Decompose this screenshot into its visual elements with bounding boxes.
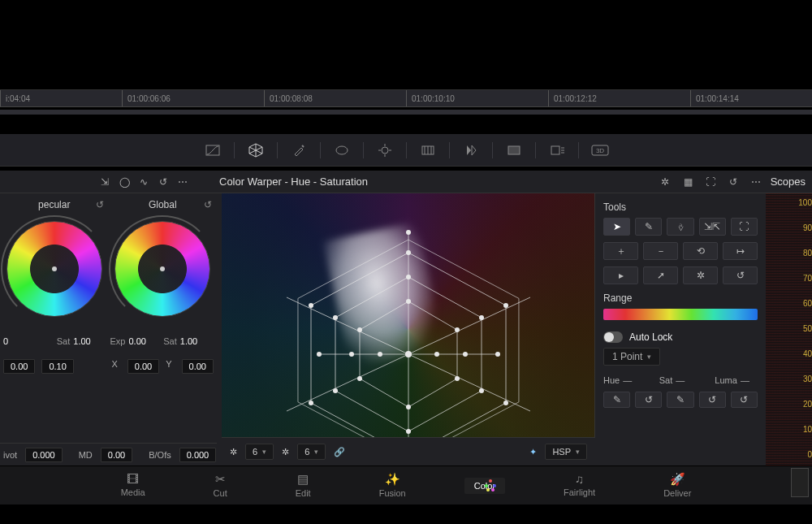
tool-pin-column[interactable]: ⎀ xyxy=(667,218,693,236)
curves-icon[interactable] xyxy=(200,140,226,161)
luma-reset-icon[interactable]: ↺ xyxy=(731,392,758,408)
reset-icon[interactable]: ↺ xyxy=(726,175,741,189)
svg-point-51 xyxy=(378,352,382,357)
tool-reset[interactable]: ↺ xyxy=(723,266,758,284)
tool-select[interactable]: ➤ xyxy=(603,218,630,236)
rings-icon: ✲ xyxy=(230,447,237,457)
svg-rect-18 xyxy=(551,146,559,154)
svg-point-54 xyxy=(495,352,500,357)
more-icon[interactable]: ⋯ xyxy=(175,175,190,189)
timeline-track[interactable] xyxy=(0,110,812,115)
num-input[interactable]: 0.000 xyxy=(25,448,63,462)
svg-point-6 xyxy=(336,146,348,154)
3d-icon[interactable]: 3D xyxy=(587,140,613,161)
warper-mode-icon[interactable]: ✲ xyxy=(658,175,672,189)
autolock-toggle[interactable] xyxy=(603,331,623,343)
num-input[interactable]: 0.00 xyxy=(3,359,35,374)
tab-deliver[interactable]: 🚀Deliver xyxy=(654,470,701,501)
param-label: Exp xyxy=(110,336,126,346)
hsl-value[interactable]: — xyxy=(623,375,632,385)
color-warper-view[interactable] xyxy=(222,193,595,466)
num-input[interactable]: 0.000 xyxy=(179,448,217,462)
svg-point-52 xyxy=(434,352,439,357)
spokes-icon: ✲ xyxy=(282,447,289,457)
tool-add[interactable]: ＋ xyxy=(603,242,638,260)
tab-color[interactable]: Color xyxy=(464,478,505,494)
record-icon[interactable]: ◯ xyxy=(117,175,132,189)
num-input[interactable]: 0.00 xyxy=(182,359,214,374)
param-value[interactable]: 1.00 xyxy=(73,336,90,346)
global-wheel[interactable] xyxy=(114,221,210,317)
param-value[interactable]: 1.00 xyxy=(180,336,197,346)
waveform-icon[interactable]: ∿ xyxy=(136,175,151,189)
expand-icon[interactable]: ⇲ xyxy=(97,175,112,189)
mini-thumbnail[interactable] xyxy=(791,468,809,497)
hsl-value[interactable]: — xyxy=(741,375,749,385)
svg-point-44 xyxy=(333,388,338,393)
tool-remove[interactable]: － xyxy=(643,242,678,260)
hsl-value[interactable]: — xyxy=(676,375,685,385)
num-input[interactable]: 0.10 xyxy=(41,359,73,374)
autolock-points-dropdown[interactable]: 1 Point▾ xyxy=(603,348,660,366)
hsl-label: Hue xyxy=(603,375,620,385)
picker-icon[interactable] xyxy=(286,140,312,161)
tab-fusion[interactable]: ✨Fusion xyxy=(369,470,416,501)
svg-point-42 xyxy=(455,327,460,332)
timecode-tick: 01:00:12:12 xyxy=(548,90,597,106)
warper-icon[interactable] xyxy=(243,140,269,161)
tracker-icon[interactable] xyxy=(372,140,398,161)
fx-icon[interactable] xyxy=(544,140,570,161)
rings-dropdown[interactable]: 6▾ xyxy=(245,444,274,460)
grid-icon[interactable]: ▦ xyxy=(680,175,695,189)
tab-edit[interactable]: ▤Edit xyxy=(286,470,321,501)
page-tabs: 🎞Media ✂Cut ▤Edit ✨Fusion Color ♫Fairlig… xyxy=(0,466,812,505)
hue-reset-icon[interactable]: ↺ xyxy=(635,392,662,408)
num-input[interactable]: 0.00 xyxy=(101,448,132,462)
range-gradient[interactable] xyxy=(603,309,758,320)
colorspace-dropdown[interactable]: HSP▾ xyxy=(545,444,587,460)
sizing-icon[interactable] xyxy=(501,140,527,161)
svg-point-32 xyxy=(406,299,411,304)
svg-point-49 xyxy=(317,352,322,357)
wheel-label: pecular xyxy=(38,199,70,210)
blur-icon[interactable] xyxy=(415,140,441,161)
reset-icon[interactable]: ↺ xyxy=(96,199,104,210)
svg-point-30 xyxy=(406,250,411,255)
scopes-title: Scopes xyxy=(771,175,806,188)
timeline-ruler[interactable]: i:04:04 01:00:06:06 01:00:08:08 01:00:10… xyxy=(0,89,812,107)
sat-pick-icon[interactable]: ✎ xyxy=(667,392,693,408)
scopes-waveform[interactable] xyxy=(766,193,812,466)
hue-pick-icon[interactable]: ✎ xyxy=(603,392,630,408)
cut-icon: ✂ xyxy=(215,472,226,487)
reset-icon[interactable]: ↺ xyxy=(204,199,212,210)
timecode-tick: 01:00:08:08 xyxy=(264,90,313,106)
tool-converge[interactable]: ⇲⇱ xyxy=(699,218,726,236)
tool-diverge[interactable]: ⛶ xyxy=(731,218,758,236)
tab-cut[interactable]: ✂Cut xyxy=(204,470,237,501)
param-value[interactable]: 0 xyxy=(3,336,8,346)
tool-select-ring[interactable]: ▸ xyxy=(603,266,638,284)
tool-rotate[interactable]: ⟲ xyxy=(683,242,718,260)
window-icon[interactable] xyxy=(329,140,355,161)
specular-wheel[interactable] xyxy=(6,221,102,317)
param-label: Sat xyxy=(163,336,177,346)
svg-point-48 xyxy=(455,376,460,381)
tool-invert[interactable]: ✲ xyxy=(683,266,718,284)
tool-select-spoke[interactable]: ➚ xyxy=(643,266,678,284)
tab-fairlight[interactable]: ♫Fairlight xyxy=(554,470,605,500)
more-icon[interactable]: ⋯ xyxy=(749,175,763,189)
sat-reset-icon[interactable]: ↺ xyxy=(699,392,726,408)
reset-icon[interactable]: ↺ xyxy=(156,175,171,189)
tab-media[interactable]: 🎞Media xyxy=(111,470,155,500)
svg-point-46 xyxy=(503,401,508,405)
key-icon[interactable] xyxy=(458,140,484,161)
link-icon[interactable]: 🔗 xyxy=(334,447,345,457)
hsl-label: Sat xyxy=(659,375,673,385)
fullscreen-icon[interactable]: ⛶ xyxy=(703,175,718,189)
param-value[interactable]: 0.00 xyxy=(128,336,145,346)
spokes-dropdown[interactable]: 6▾ xyxy=(297,444,326,460)
viewer-area xyxy=(0,0,812,81)
tool-arrow[interactable]: ↦ xyxy=(723,242,758,260)
num-input[interactable]: 0.00 xyxy=(127,359,159,374)
tool-pin[interactable]: ✎ xyxy=(635,218,662,236)
